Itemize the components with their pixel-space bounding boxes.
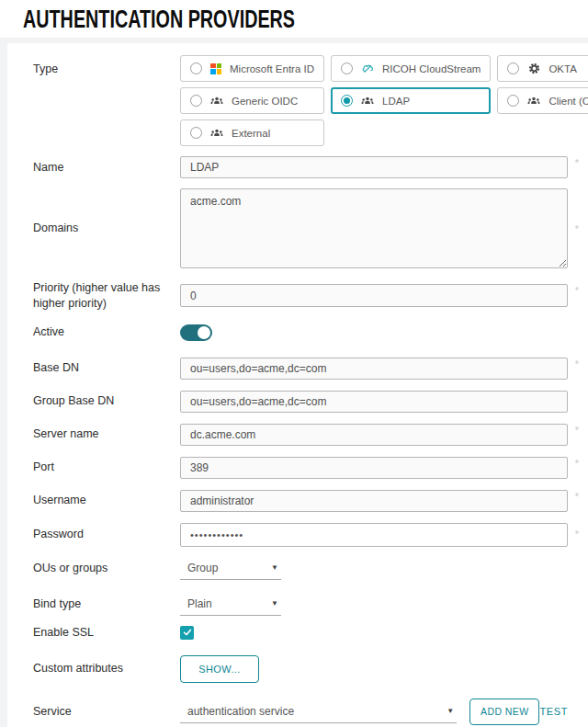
enable-ssl-row: Enable SSL [33,625,568,641]
port-row: Port * [33,457,568,479]
user-group-icon [210,95,223,108]
field-label-enable-ssl: Enable SSL [33,625,180,641]
server-name-row: Server name * [33,424,568,446]
user-group-icon [210,127,223,140]
bind-type-value: Plain [187,597,212,610]
radio-selected-icon [341,95,353,107]
page-title: AUTHENTICATION PROVIDERS [23,4,295,34]
password-row: Password * [33,523,568,547]
field-label-username: Username [33,493,180,508]
port-input[interactable] [180,457,568,479]
type-option-label: Microsoft Entra ID [230,63,314,74]
radio-icon [190,62,202,74]
name-row: Name * [33,156,568,178]
chevron-down-icon: ▼ [447,708,454,715]
base-dn-input[interactable] [180,358,568,380]
service-select[interactable]: authentication service ▼ [180,700,457,723]
add-new-service-button[interactable]: ADD NEW [469,699,539,725]
field-label-server-name: Server name [33,426,180,442]
field-label-password: Password [33,527,180,542]
chevron-down-icon: ▼ [271,564,278,572]
user-group-icon [527,95,540,108]
name-input[interactable] [180,156,568,178]
page-header: AUTHENTICATION PROVIDERS [0,0,588,38]
type-options: Microsoft Entra ID RICOH CloudStream [180,55,588,146]
bind-type-row: Bind type Plain ▼ [33,593,568,616]
ous-or-groups-row: OUs or groups Group ▼ [33,557,568,580]
required-asterisk: * [571,425,582,436]
type-option-external[interactable]: External [180,119,324,146]
type-option-ldap[interactable]: LDAP [331,87,491,114]
ous-or-groups-select[interactable]: Group ▼ [180,557,281,580]
test-button[interactable]: TEST [539,706,568,717]
type-option-label: External [232,128,270,139]
active-toggle[interactable] [180,324,212,341]
radio-icon [507,62,519,74]
required-asterisk: * [571,458,582,469]
required-asterisk: * [571,285,582,296]
type-option-label: OKTA [548,63,576,74]
type-option-label: RICOH CloudStream [382,63,481,74]
field-label-bind-type: Bind type [33,596,180,612]
service-value: authentication service [187,705,294,718]
field-label-type: Type [33,55,180,77]
show-custom-attributes-button[interactable]: SHOW... [180,655,259,683]
field-label-name: Name [33,160,180,176]
active-row: Active [33,324,568,341]
field-label-active: Active [33,324,180,340]
field-label-base-dn: Base DN [33,360,180,376]
username-row: Username * [33,490,568,512]
type-option-label: Generic OIDC [232,96,298,107]
type-option-generic-oidc[interactable]: Generic OIDC [180,87,324,114]
check-icon [183,628,192,637]
bind-type-select[interactable]: Plain ▼ [180,593,281,616]
radio-icon [190,127,202,139]
radio-icon [190,95,202,107]
field-label-ous-or-groups: OUs or groups [33,561,180,576]
type-row: Type Microsoft Entra ID RICOH CloudStrea… [33,55,568,146]
cloudstream-icon [361,62,374,75]
required-asterisk: * [571,157,582,168]
field-label-custom-attributes: Custom attributes [33,661,180,676]
group-base-dn-input[interactable] [180,391,568,413]
required-asterisk: * [571,223,582,234]
radio-icon [341,62,353,74]
type-option-client-oauth2[interactable]: Client (OAuth2) [497,87,588,114]
field-label-port: Port [33,460,180,475]
type-option-okta[interactable]: OKTA [497,55,588,82]
required-asterisk: * [571,528,582,540]
required-asterisk: * [571,358,582,369]
toggle-knob [198,326,210,339]
service-row: Service authentication service ▼ ADD NEW… [33,699,568,725]
field-label-priority: Priority (higher value has higher priori… [33,280,180,312]
field-label-service: Service [33,704,180,720]
priority-row: Priority (higher value has higher priori… [33,280,568,312]
okta-gear-icon [527,62,540,75]
domains-row: Domains acme.com * [33,188,568,268]
custom-attributes-row: Custom attributes SHOW... [33,655,568,683]
group-base-dn-row: Group Base DN [33,391,568,413]
microsoft-logo-icon [210,63,221,74]
base-dn-row: Base DN * [33,358,568,380]
chevron-down-icon: ▼ [271,600,278,608]
type-option-ricoh-cloudstream[interactable]: RICOH CloudStream [331,55,491,82]
field-label-domains: Domains [33,221,180,236]
priority-input[interactable] [180,284,568,307]
server-name-input[interactable] [180,424,568,446]
username-input[interactable] [180,490,568,512]
auth-provider-form: Type Microsoft Entra ID RICOH CloudStrea… [7,43,588,727]
type-option-label: LDAP [382,96,410,107]
type-option-microsoft-entra-id[interactable]: Microsoft Entra ID [180,55,324,82]
user-group-icon [361,95,374,108]
domains-textarea[interactable]: acme.com [180,188,568,268]
password-input[interactable] [180,523,568,547]
radio-icon [507,95,519,107]
field-label-group-base-dn: Group Base DN [33,393,180,409]
enable-ssl-checkbox[interactable] [180,626,194,640]
ous-or-groups-value: Group [187,562,218,574]
required-asterisk: * [571,491,582,502]
type-option-label: Client (OAuth2) [548,96,588,107]
